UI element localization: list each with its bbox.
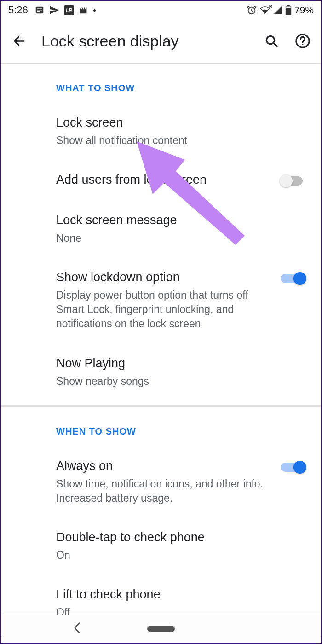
message-icon bbox=[34, 5, 45, 15]
section-what-to-show: WHAT TO SHOW Lock screen Show all notifi… bbox=[1, 63, 321, 406]
add-users-row[interactable]: Add users from lock screen bbox=[1, 160, 321, 200]
status-time: 5:26 bbox=[8, 4, 28, 16]
back-button[interactable] bbox=[10, 32, 29, 50]
svg-rect-9 bbox=[286, 8, 291, 15]
row-subtitle: Display power button option that turns o… bbox=[56, 288, 271, 331]
search-button[interactable] bbox=[262, 32, 281, 50]
row-title: Add users from lock screen bbox=[56, 172, 271, 188]
row-title: Now Playing bbox=[56, 355, 306, 371]
add-users-toggle[interactable] bbox=[281, 174, 306, 188]
show-lockdown-toggle[interactable] bbox=[281, 271, 306, 286]
section-when-to-show: WHEN TO SHOW Always on Show time, notifi… bbox=[1, 406, 321, 637]
page-title: Lock screen display bbox=[41, 32, 249, 50]
row-title: Always on bbox=[56, 458, 271, 474]
send-icon bbox=[49, 5, 59, 15]
section-header: WHAT TO SHOW bbox=[1, 64, 321, 103]
svg-rect-2 bbox=[37, 10, 42, 10]
movie-icon bbox=[79, 5, 89, 15]
row-title: Lift to check phone bbox=[56, 586, 306, 603]
always-on-toggle[interactable] bbox=[281, 460, 306, 475]
now-playing-row[interactable]: Now Playing Show nearby songs bbox=[1, 343, 321, 405]
lock-screen-message-row[interactable]: Lock screen message None bbox=[1, 200, 321, 257]
more-notifications-icon bbox=[93, 9, 96, 12]
battery-icon bbox=[285, 5, 292, 15]
nav-back-button[interactable] bbox=[73, 622, 81, 636]
nav-home-pill[interactable] bbox=[147, 626, 175, 632]
signal-icon bbox=[273, 6, 282, 15]
system-nav-bar bbox=[2, 615, 320, 642]
svg-text:LR: LR bbox=[66, 8, 72, 13]
row-subtitle: On bbox=[56, 548, 306, 563]
svg-rect-1 bbox=[37, 8, 42, 9]
row-subtitle: Show nearby songs bbox=[56, 374, 306, 389]
alarm-icon bbox=[247, 5, 257, 15]
svg-point-12 bbox=[302, 44, 304, 45]
row-title: Lock screen bbox=[56, 115, 306, 131]
status-bar: 5:26 LR R 79% bbox=[1, 1, 321, 19]
row-subtitle: Show all notification content bbox=[56, 133, 306, 148]
row-subtitle: None bbox=[56, 231, 306, 245]
battery-percent: 79% bbox=[294, 5, 314, 16]
always-on-row[interactable]: Always on Show time, notification icons,… bbox=[1, 446, 321, 517]
row-subtitle: Show time, notification icons, and other… bbox=[56, 477, 271, 505]
lock-screen-row[interactable]: Lock screen Show all notification conten… bbox=[1, 103, 321, 160]
double-tap-row[interactable]: Double-tap to check phone On bbox=[1, 517, 321, 574]
lr-icon: LR bbox=[64, 5, 74, 15]
help-button[interactable] bbox=[293, 32, 312, 50]
row-title: Double-tap to check phone bbox=[56, 529, 306, 545]
section-header: WHEN TO SHOW bbox=[1, 407, 321, 446]
row-title: Lock screen message bbox=[56, 212, 306, 228]
wifi-icon: R bbox=[259, 5, 270, 15]
app-bar: Lock screen display bbox=[1, 19, 321, 63]
svg-rect-3 bbox=[37, 11, 40, 12]
row-title: Show lockdown option bbox=[56, 269, 271, 285]
show-lockdown-row[interactable]: Show lockdown option Display power butto… bbox=[1, 257, 321, 343]
